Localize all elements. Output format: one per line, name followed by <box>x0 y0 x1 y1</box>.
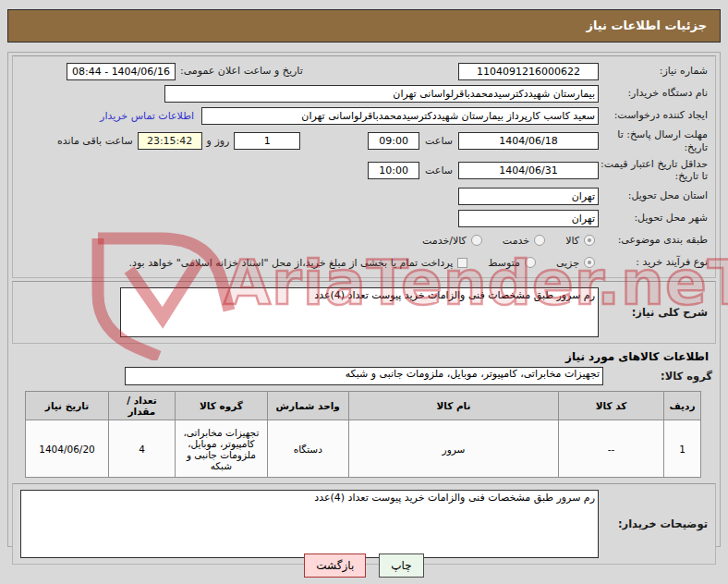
general-desc-label: شرح کلی نیاز: <box>599 306 708 319</box>
row-province: استان محل تحویل: <box>18 185 710 207</box>
treasury-checkbox-option[interactable]: پرداخت تمام یا بخشی از مبلغ خرید،از محل … <box>129 257 468 269</box>
remaining-days-label: روز و <box>207 135 230 147</box>
radio-icon[interactable] <box>534 235 545 246</box>
need-number-label: شماره نیاز: <box>599 65 708 78</box>
province-label: استان محل تحویل: <box>599 189 708 202</box>
general-desc-textarea[interactable]: رم سرور طبق مشخصات فنی والزامات خرید پیو… <box>120 287 599 337</box>
col-header-name: نام کالا <box>348 392 559 420</box>
buyer-notes-textarea[interactable]: رم سرور طبق مشخصات فنی والزامات خرید پیو… <box>20 490 599 558</box>
buyer-name-label: نام دستگاه خریدار: <box>599 87 708 100</box>
col-header-date: تاریخ نیاز <box>26 392 109 420</box>
city-label: شهر محل تحویل: <box>599 212 708 225</box>
price-validity-label: حداقل تاریخ اعتبار قیمت: تا تاریخ: <box>599 158 708 184</box>
response-deadline-hour-input[interactable] <box>368 132 419 150</box>
goods-group-label: گروه کالا: <box>603 370 712 383</box>
buyer-notes-label: توضیحات خریدار: <box>599 517 708 530</box>
col-header-unit: واحد شمارش <box>267 392 348 420</box>
row-need-number: شماره نیاز: تاریخ و ساعت اعلان عمومی: <box>18 60 710 82</box>
row-price-validity: حداقل تاریخ اعتبار قیمت: تا تاریخ: ساعت <box>18 156 710 186</box>
checkbox-icon[interactable] <box>457 258 467 268</box>
general-desc-box: شرح کلی نیاز: رم سرور طبق مشخصات فنی وال… <box>12 281 716 344</box>
radio-icon[interactable] <box>525 257 536 268</box>
goods-section-header: اطلاعات کالاهای مورد نیاز <box>14 347 714 365</box>
price-validity-hour-input[interactable] <box>368 162 419 179</box>
radio-icon[interactable] <box>584 257 595 268</box>
details-panel: شماره نیاز: تاریخ و ساعت اعلان عمومی: نا… <box>7 52 721 547</box>
classification-option-label: کالا/خدمت <box>422 235 467 247</box>
process-type-options: جزیی متوسط پرداخت تمام یا بخشی از مبلغ خ… <box>129 257 595 269</box>
goods-section: اطلاعات کالاهای مورد نیاز گروه کالا: تجه… <box>12 347 716 478</box>
process-type-option-label: متوسط <box>488 257 520 269</box>
row-city: شهر محل تحویل: <box>18 207 710 229</box>
radio-icon[interactable] <box>584 235 595 246</box>
treasury-note: پرداخت تمام یا بخشی از مبلغ خرید،از محل … <box>129 257 454 269</box>
announce-datetime-input[interactable] <box>67 63 176 80</box>
cell-radif: 1 <box>664 420 701 478</box>
remaining-time-group: روز و 23:15:42 ساعت باقی مانده <box>57 132 300 150</box>
cell-name: سرور <box>348 420 559 478</box>
classification-option-label: کالا <box>565 235 579 247</box>
process-type-option-label: جزیی <box>556 257 579 269</box>
announce-datetime-label: تاریخ و ساعت اعلان عمومی: <box>180 65 303 78</box>
row-general-desc: شرح کلی نیاز: رم سرور طبق مشخصات فنی وال… <box>18 286 710 339</box>
classification-option-kala-khedmat[interactable]: کالا/خدمت <box>422 235 482 247</box>
remaining-countdown: 23:15:42 <box>138 132 202 150</box>
col-header-code: کد کالا <box>559 392 664 420</box>
cell-code: -- <box>559 420 664 478</box>
price-validity-hour-label: ساعت <box>425 164 453 176</box>
classification-option-kala[interactable]: کالا <box>565 235 595 247</box>
response-deadline-hour-label: ساعت <box>425 135 453 147</box>
page-title: جزئیات اطلاعات نیاز <box>7 9 721 43</box>
row-classification: طبقه بندی موضوعی: کالا خدمت کالا/خدمت <box>18 229 710 251</box>
back-button[interactable]: بازگشت <box>304 554 366 578</box>
row-buyer-notes: توضیحات خریدار: رم سرور طبق مشخصات فنی و… <box>18 488 710 560</box>
buyer-contact-link[interactable]: اطلاعات تماس خریدار <box>100 110 194 122</box>
need-number-input[interactable] <box>458 63 599 80</box>
table-row: 1 -- سرور دستگاه تجهیزات مخابراتی، کامپی… <box>26 420 701 478</box>
col-header-qty: تعداد / مقدار <box>109 392 176 420</box>
request-creator-input[interactable] <box>201 107 599 125</box>
cell-qty: 4 <box>109 420 176 478</box>
col-header-group: گروه کالا <box>175 392 267 420</box>
buyer-notes-box: توضیحات خریدار: رم سرور طبق مشخصات فنی و… <box>12 483 716 565</box>
classification-options: کالا خدمت کالا/خدمت <box>422 235 595 247</box>
classification-option-khedmat[interactable]: خدمت <box>503 235 545 247</box>
radio-icon[interactable] <box>471 235 482 246</box>
response-deadline-label: مهلت ارسال پاسخ: تا تاریخ: <box>599 128 708 154</box>
print-button[interactable]: چاپ <box>379 554 423 578</box>
process-type-option-jozii[interactable]: جزیی <box>556 257 595 269</box>
process-type-label: نوع فرآیند خرید : <box>599 256 708 269</box>
classification-label: طبقه بندی موضوعی: <box>599 234 708 247</box>
response-deadline-date-input[interactable] <box>458 132 599 150</box>
province-input[interactable] <box>458 188 599 205</box>
remaining-days-input[interactable] <box>234 132 300 150</box>
row-process-type: نوع فرآیند خرید : جزیی متوسط پرداخت تمام… <box>18 251 710 274</box>
remaining-suffix-label: ساعت باقی مانده <box>57 135 133 147</box>
cell-unit: دستگاه <box>267 420 348 478</box>
city-input[interactable] <box>458 210 599 227</box>
row-request-creator: ایجاد کننده درخواست: اطلاعات تماس خریدار <box>18 104 710 127</box>
fields-box: شماره نیاز: تاریخ و ساعت اعلان عمومی: نا… <box>12 55 716 278</box>
goods-table-header-row: ردیف کد کالا نام کالا واحد شمارش گروه کا… <box>26 392 701 420</box>
col-header-radif: ردیف <box>664 392 701 420</box>
cell-date: 1404/06/20 <box>26 420 109 478</box>
buyer-name-input[interactable] <box>164 85 599 103</box>
goods-group-input[interactable]: تجهیزات مخابراتی، کامپیوتر، موبایل، ملزو… <box>125 367 603 385</box>
row-goods-group: گروه کالا: تجهیزات مخابراتی، کامپیوتر، م… <box>14 365 714 387</box>
row-response-deadline: مهلت ارسال پاسخ: تا تاریخ: ساعت روز و 23… <box>18 127 710 156</box>
classification-option-label: خدمت <box>503 235 529 247</box>
goods-table: ردیف کد کالا نام کالا واحد شمارش گروه کا… <box>25 391 701 478</box>
process-type-option-motevaset[interactable]: متوسط <box>488 257 536 269</box>
row-buyer-name: نام دستگاه خریدار: <box>18 82 710 104</box>
request-creator-label: ایجاد کننده درخواست: <box>599 109 708 122</box>
price-validity-date-input[interactable] <box>458 162 599 179</box>
announce-datetime-group: تاریخ و ساعت اعلان عمومی: <box>67 63 303 80</box>
cell-group: تجهیزات مخابراتی، کامپیوتر، موبایل، ملزو… <box>175 420 267 478</box>
